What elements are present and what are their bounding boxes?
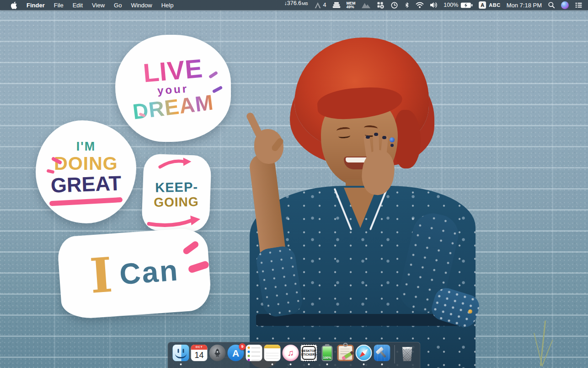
dock-safari[interactable] — [355, 344, 373, 365]
woman-side-hair — [394, 110, 421, 168]
siri-icon — [561, 1, 569, 9]
app-store-icon: A 9 — [228, 345, 244, 361]
memory-monitor[interactable]: MEM 49% — [347, 0, 356, 10]
app-updater-status[interactable]: 4 — [314, 0, 326, 10]
bluetooth-status[interactable] — [404, 0, 410, 10]
menu-view[interactable]: View — [87, 0, 109, 10]
rocket-icon — [213, 348, 223, 358]
sync-status[interactable] — [377, 0, 385, 10]
sticker-word-keep: KEEP- — [155, 179, 198, 195]
dock-app-store[interactable]: A 9 — [227, 344, 245, 365]
sticker-keep-going: KEEP- GOING — [141, 153, 212, 232]
mountain-app-icon — [361, 2, 371, 9]
memo-clipboard-icon — [337, 345, 354, 361]
notification-center[interactable] — [575, 0, 583, 10]
desktop: LIVE your DREAM I'M DOING GREAT — [0, 0, 588, 368]
dock-notes[interactable] — [264, 344, 281, 365]
stickers-label-line2: STICKERS — [301, 353, 317, 357]
menu-bar-clock[interactable]: Mon 7:18 PM — [507, 0, 542, 10]
stickers-label-line1: DESKTOP — [301, 349, 316, 353]
desktop-stickers-icon: DESKTOP STICKERS — [301, 345, 317, 361]
hammer-glyph — [374, 345, 390, 361]
sticker-word-dream: DREAM — [132, 92, 214, 123]
xcode-icon — [374, 345, 390, 361]
apple-logo-icon — [11, 1, 17, 9]
spotlight-search[interactable] — [548, 0, 555, 10]
launchpad-icon — [209, 345, 226, 361]
menu-bar: Finder File Edit View Go Window Help ↓37… — [0, 0, 588, 10]
app-store-badge: 9 — [239, 343, 246, 350]
sticker-pink-underline — [49, 197, 123, 206]
sticker-word-im: I'M — [76, 140, 96, 154]
running-indicator-dot — [363, 363, 365, 365]
sticker-word-doing: DOING — [54, 154, 118, 173]
itunes-icon: ♫ — [283, 345, 299, 361]
dock-battery-app[interactable]: 100% — [319, 344, 336, 365]
dock-itunes[interactable]: ♫ — [282, 344, 299, 365]
download-unit: MB — [302, 1, 308, 6]
menu-window[interactable]: Window — [126, 0, 156, 10]
trash-full-icon — [399, 345, 416, 361]
bluetooth-icon — [404, 1, 410, 9]
dock-xcode[interactable] — [374, 344, 391, 365]
dress-belt — [256, 314, 463, 326]
dock-reminders[interactable] — [246, 344, 263, 365]
dock-trash[interactable] — [399, 344, 416, 365]
finder-icon — [173, 345, 189, 361]
notes-icon — [264, 345, 281, 361]
sticker-word-live: LIVE — [142, 56, 204, 85]
mountain-app-status[interactable] — [361, 0, 371, 10]
crumpled-paper — [402, 344, 412, 349]
volume-status[interactable] — [430, 0, 438, 10]
menu-file[interactable]: File — [49, 0, 68, 10]
running-indicator-dot — [180, 363, 182, 365]
dock-calendar[interactable]: OCT 14 — [191, 344, 208, 365]
wallpaper-brick-wall: LIVE your DREAM I'M DOING GREAT — [0, 0, 588, 368]
dock: OCT 14 A 9 — [168, 342, 421, 368]
calendar-icon: OCT 14 — [191, 345, 208, 361]
sticker-text-row: I Can — [89, 250, 180, 297]
menu-help[interactable]: Help — [157, 0, 178, 10]
menu-go[interactable]: Go — [109, 0, 126, 10]
download-speed-indicator[interactable]: ↓376.6MB — [284, 0, 308, 10]
running-indicator-dot — [290, 363, 292, 365]
painted-nail — [374, 133, 378, 136]
menu-edit[interactable]: Edit — [68, 0, 87, 10]
updater-count: 4 — [323, 2, 326, 8]
drive-stack-status[interactable] — [332, 0, 341, 10]
sticker-word-can: Can — [118, 254, 180, 292]
input-source-status[interactable]: A ABC — [479, 0, 500, 10]
app-updater-icon — [314, 2, 321, 9]
download-value: 376.6 — [287, 0, 301, 6]
dock-memo-app[interactable] — [337, 344, 354, 365]
dock-separator — [395, 345, 395, 363]
wifi-status[interactable] — [416, 0, 424, 10]
music-note-glyph: ♫ — [287, 348, 294, 358]
dock-finder[interactable] — [172, 344, 190, 365]
woman-finger — [373, 133, 380, 156]
woman-index-finger — [246, 112, 264, 140]
battery-status[interactable]: 100% — [444, 0, 473, 10]
sticker-word-i: I — [89, 255, 114, 297]
running-indicator-dot — [381, 363, 383, 365]
menu-finder[interactable]: Finder — [22, 0, 49, 10]
dock-launchpad[interactable] — [209, 344, 226, 365]
battery-app-icon: 100% — [319, 345, 336, 361]
compass-needle — [358, 347, 369, 359]
stacked-drives-icon — [332, 2, 341, 8]
mem-percent: 49% — [347, 5, 354, 9]
apple-menu[interactable] — [6, 0, 22, 10]
battery-app-label: 100% — [323, 356, 332, 359]
spotlight-search-icon — [548, 1, 555, 9]
sticker-im-doing-great: I'M DOING GREAT — [36, 120, 136, 223]
input-source-icon: A — [479, 1, 486, 9]
running-indicator-dot — [326, 363, 328, 365]
siri-menu[interactable] — [561, 0, 569, 10]
sticker-i-can: I Can — [57, 227, 212, 320]
time-machine-status[interactable] — [390, 0, 398, 10]
menu-bar-status: ↓376.6MB 4 MEM 49% — [284, 0, 588, 10]
dock-desktop-stickers[interactable]: DESKTOP STICKERS — [300, 344, 318, 365]
battery-charging-icon — [460, 2, 473, 8]
sync-error-icon — [377, 1, 385, 9]
sticker-word-great: GREAT — [50, 173, 122, 195]
